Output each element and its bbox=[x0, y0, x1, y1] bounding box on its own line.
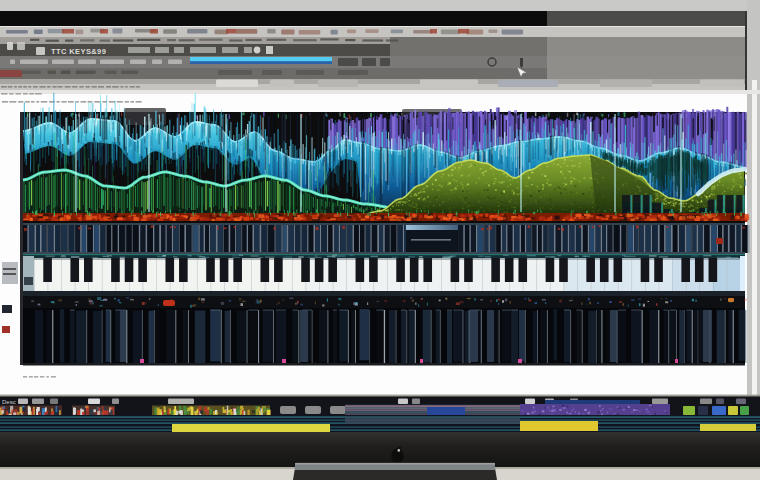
svg-text:Desc: Desc bbox=[2, 399, 16, 405]
svg-text:TTC KEYS&99: TTC KEYS&99 bbox=[51, 47, 106, 56]
